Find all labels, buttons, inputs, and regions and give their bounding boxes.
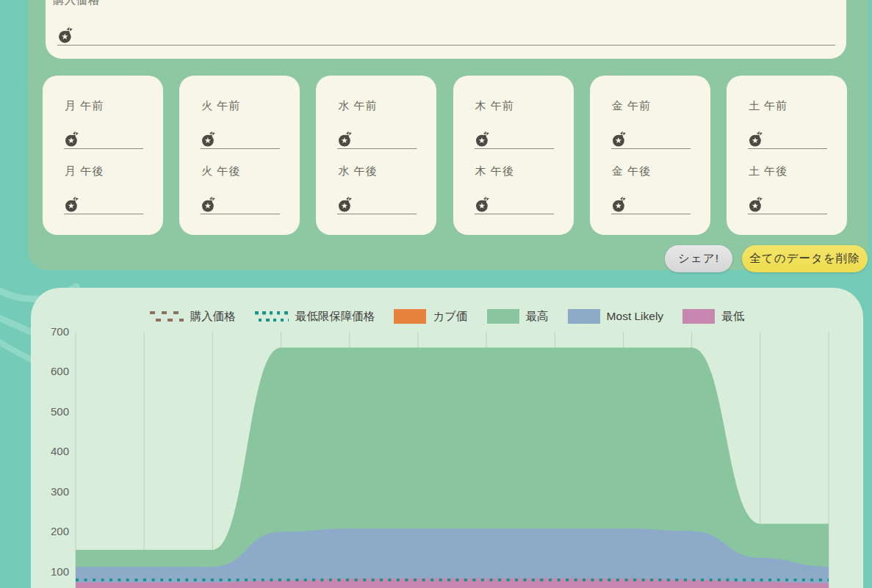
price-input-row-sat-am (748, 123, 827, 149)
price-input-row-wed-am (337, 123, 417, 149)
price-input-tue-pm[interactable] (201, 192, 280, 214)
price-input-row-tue-am (201, 123, 280, 149)
page: { "purchase": { "label": "購入価格", "value"… (0, 0, 872, 588)
price-input-row-sat-pm (748, 188, 827, 214)
day-label-thu-am: 木 午前 (475, 99, 514, 113)
price-input-thu-pm[interactable] (475, 192, 554, 214)
price-input-row-wed-pm (337, 188, 417, 214)
price-input-thu-am[interactable] (475, 127, 554, 149)
purchase-price-label: 購入価格 (53, 0, 100, 7)
day-label-fri-am: 金 午前 (612, 99, 651, 113)
price-input-row-mon-am (64, 123, 143, 149)
price-input-row-fri-am (611, 123, 691, 149)
price-input-tue-am[interactable] (201, 127, 280, 149)
day-label-tue-pm: 火 午後 (201, 164, 240, 178)
price-input-wed-pm[interactable] (337, 192, 417, 214)
day-card-thu: 木 午前木 午後 (453, 76, 574, 235)
price-entry-section: 購入価格 月 午前月 午後火 午前火 午後水 午前水 午後木 午前木 午後金 午… (28, 0, 868, 270)
day-label-tue-am: 火 午前 (201, 99, 240, 113)
price-input-row-mon-pm (64, 188, 143, 214)
day-label-sat-am: 土 午前 (749, 99, 788, 113)
price-input-mon-pm[interactable] (64, 192, 143, 214)
day-label-sat-pm: 土 午後 (749, 164, 788, 178)
day-card-fri: 金 午前金 午後 (590, 76, 710, 235)
delete-all-data-button[interactable]: 全てのデータを削除 (742, 245, 868, 272)
purchase-price-card: 購入価格 (46, 0, 846, 59)
purchase-price-input[interactable] (57, 23, 835, 46)
day-label-wed-am: 水 午前 (338, 99, 377, 113)
price-input-sat-pm[interactable] (748, 192, 827, 214)
day-label-thu-pm: 木 午後 (475, 164, 514, 178)
day-card-wed: 水 午前水 午後 (316, 76, 436, 235)
price-prediction-chart-card: 購入価格最低限保障価格カブ価最高Most Likely最低 7006005004… (31, 288, 863, 588)
day-label-mon-pm: 月 午後 (65, 164, 104, 178)
day-card-mon: 月 午前月 午後 (43, 76, 163, 235)
price-input-fri-am[interactable] (611, 127, 691, 149)
price-input-sat-am[interactable] (748, 127, 827, 149)
day-cards-row: 月 午前月 午後火 午前火 午後水 午前水 午後木 午前木 午後金 午前金 午後… (43, 76, 847, 235)
share-button[interactable]: シェア! (665, 245, 732, 272)
price-input-wed-am[interactable] (337, 127, 417, 149)
price-input-row-fri-pm (611, 188, 691, 214)
day-label-mon-am: 月 午前 (65, 99, 104, 113)
day-card-sat: 土 午前土 午後 (727, 76, 847, 235)
price-input-row-tue-pm (201, 188, 280, 214)
prediction-area-chart (31, 288, 863, 588)
purchase-price-input-row (57, 19, 835, 46)
day-card-tue: 火 午前火 午後 (179, 76, 300, 235)
day-label-wed-pm: 水 午後 (338, 164, 377, 178)
day-label-fri-pm: 金 午後 (612, 164, 651, 178)
price-input-fri-pm[interactable] (611, 192, 691, 214)
price-input-row-thu-am (475, 123, 554, 149)
price-input-mon-am[interactable] (64, 127, 143, 149)
price-input-row-thu-pm (475, 188, 554, 214)
